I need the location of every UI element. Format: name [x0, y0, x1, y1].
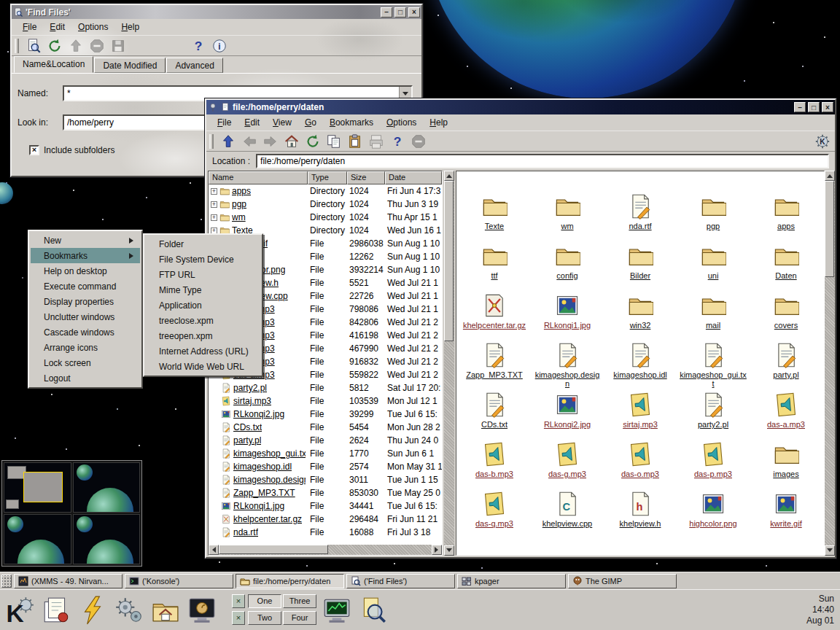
icon-item-label[interactable]: wm	[561, 222, 573, 230]
icon-item-label[interactable]: das-p.mp3	[694, 470, 732, 478]
control-center-launcher[interactable]	[112, 594, 145, 626]
find-files-menu-help[interactable]: Help	[114, 20, 146, 34]
home-toolbar-button[interactable]	[282, 133, 301, 150]
submenu-item-ftp-url[interactable]: FTP URL	[146, 267, 260, 282]
icon-item-label[interactable]: mail	[706, 321, 720, 330]
forward-toolbar-button[interactable]	[261, 133, 280, 150]
tree-row[interactable]: nda.rtfFile16088Fri Jul 3 18	[209, 526, 442, 539]
icon-item[interactable]: das-g.mp3	[531, 441, 604, 491]
icon-item-label[interactable]: nda.rtf	[629, 222, 651, 230]
find-files-menu-options[interactable]: Options	[71, 20, 114, 34]
icon-item[interactable]: das-a.mp3	[750, 392, 822, 441]
icon-item[interactable]: kimageshop.design	[531, 342, 604, 392]
file-manager-titlebar[interactable]: file:/home/perry/daten – □ ×	[206, 100, 835, 114]
minimize-button[interactable]: –	[381, 7, 392, 18]
tree-row[interactable]: party2.plFile5812Sat Jul 17 20:	[209, 381, 442, 394]
submenu-item-world-wide-web-url[interactable]: World Wide Web URL	[146, 359, 260, 374]
toolbar-handle[interactable]	[15, 39, 19, 53]
help-toolbar-button[interactable]: ?	[189, 37, 208, 55]
icon-item-label[interactable]: kimageshop.idl	[613, 370, 666, 379]
window-menu-icon[interactable]	[220, 102, 230, 112]
icon-item-label[interactable]: RLkonqi1.jpg	[544, 321, 591, 330]
file-manager-menu-edit[interactable]: Edit	[238, 116, 266, 129]
icon-item-label[interactable]: highcolor.png	[689, 519, 736, 528]
icon-item[interactable]: hkhelpview.h	[604, 491, 677, 540]
taskbar-button-the-gimp[interactable]: The GIMP	[568, 574, 677, 588]
icon-item-label[interactable]: Bilder	[630, 271, 650, 280]
find-files-titlebar[interactable]: 'Find Files' – □ ×	[12, 5, 421, 19]
magnifier-launcher[interactable]	[357, 594, 389, 626]
pager-desktop-1[interactable]	[4, 462, 71, 513]
up-toolbar-button[interactable]	[219, 133, 238, 150]
tab-advanced[interactable]: Advanced	[166, 58, 222, 73]
desktop-button-four[interactable]: Four	[283, 611, 316, 625]
context-menu-item-arrange-icons[interactable]: Arrange icons	[31, 340, 140, 355]
tree-row[interactable]: +wmDirectory1024Thu Apr 15 1	[209, 211, 442, 224]
print-toolbar-button[interactable]	[367, 133, 386, 150]
paste-toolbar-button[interactable]	[346, 133, 365, 150]
scroll-right-arrow[interactable]	[432, 545, 442, 555]
icon-item[interactable]: config	[531, 243, 604, 292]
desktop-button-one[interactable]: One	[248, 594, 281, 608]
icon-item[interactable]: wm	[531, 193, 604, 243]
submenu-item-mime-type[interactable]: Mime Type	[146, 282, 260, 298]
icon-view-vertical-scrollbar[interactable]	[825, 171, 835, 556]
icon-item[interactable]: kwrite.gif	[750, 491, 822, 540]
tree-file-link[interactable]: Zapp_MP3.TXT	[233, 488, 295, 498]
scroll-thumb[interactable]	[825, 181, 834, 277]
documents-launcher[interactable]	[39, 594, 72, 626]
scroll-thumb[interactable]	[444, 181, 454, 341]
icon-item-label[interactable]: party2.pl	[698, 420, 728, 429]
tree-file-link[interactable]: party2.pl	[233, 383, 267, 393]
tree-expander-icon[interactable]: +	[211, 214, 217, 221]
icon-item-label[interactable]: images	[773, 470, 798, 478]
tree-file-link[interactable]: wm	[232, 212, 246, 222]
context-menu-item-cascade-windows[interactable]: Cascade windows	[31, 324, 140, 340]
icon-item-label[interactable]: kimageshop_gui.txt	[680, 370, 747, 388]
file-manager-menu-view[interactable]: View	[266, 116, 298, 129]
context-menu-item-bookmarks[interactable]: Bookmarks	[31, 248, 140, 263]
tree-row[interactable]: RLkonqi2.jpgFile39299Tue Jul 6 15:	[209, 408, 442, 421]
icon-item[interactable]: images	[750, 441, 822, 491]
submenu-item-application[interactable]: Application	[146, 298, 260, 313]
tree-file-link[interactable]: RLkonqi1.jpg	[233, 501, 284, 511]
icon-item[interactable]: nda.rtf	[604, 193, 677, 243]
icon-item-label[interactable]: RLkonqi2.jpg	[544, 420, 591, 429]
tree-column-type[interactable]: Type	[308, 171, 347, 184]
tree-row[interactable]: +pgpDirectory1024Thu Jun 3 19	[209, 198, 442, 211]
icon-item[interactable]: ttf	[458, 243, 531, 292]
k-menu-launcher[interactable]: K	[3, 594, 36, 626]
submenu-item-file-system-device[interactable]: File System Device	[146, 252, 260, 267]
icon-item[interactable]: das-p.mp3	[677, 441, 750, 491]
tree-expander-icon[interactable]: +	[211, 188, 217, 195]
tree-expander-icon[interactable]: +	[211, 201, 217, 208]
scroll-down-arrow[interactable]	[444, 545, 454, 556]
icon-item[interactable]: mail	[677, 292, 750, 342]
location-input[interactable]	[257, 156, 828, 166]
icon-item[interactable]: das-q.mp3	[458, 491, 531, 540]
tree-row[interactable]: RLkonqi1.jpgFile34441Tue Jul 6 15:	[209, 499, 442, 513]
stop-toolbar-button[interactable]	[409, 133, 428, 150]
tree-horizontal-scrollbar[interactable]	[209, 545, 442, 555]
tree-row[interactable]: party.plFile2624Thu Jun 24 0	[209, 434, 442, 447]
tree-row[interactable]: kimageshop.idlFile2574Mon May 31 1	[209, 460, 442, 473]
maximize-button[interactable]: □	[808, 102, 820, 112]
icon-item[interactable]: pgp	[677, 193, 750, 243]
pin-icon[interactable]	[208, 102, 218, 112]
scroll-left-arrow[interactable]	[209, 545, 219, 555]
tree-row[interactable]: CDs.txtFile5454Mon Jun 28 2	[209, 421, 442, 434]
tree-file-link[interactable]: apps	[232, 186, 251, 196]
help-toolbar-button[interactable]: ?	[388, 133, 407, 150]
taskbar-button-xmms-49-nirvan[interactable]: (XMMS - 49. Nirvan...	[14, 574, 122, 588]
icon-item-label[interactable]: ttf	[491, 271, 497, 280]
icon-item-label[interactable]: das-a.mp3	[767, 420, 805, 429]
context-menu-item-execute-command[interactable]: Execute command	[31, 279, 140, 294]
icon-item-label[interactable]: Daten	[775, 271, 796, 280]
scroll-up-arrow[interactable]	[825, 171, 835, 181]
icon-item[interactable]: das-b.mp3	[458, 441, 531, 491]
find-files-menu-edit[interactable]: Edit	[43, 20, 71, 34]
context-menu-item-display-properties[interactable]: Display properties	[31, 294, 140, 309]
back-toolbar-button[interactable]	[240, 133, 259, 150]
icon-item[interactable]: khelpcenter.tar.gz	[458, 292, 531, 342]
icon-item-label[interactable]: apps	[777, 222, 795, 230]
